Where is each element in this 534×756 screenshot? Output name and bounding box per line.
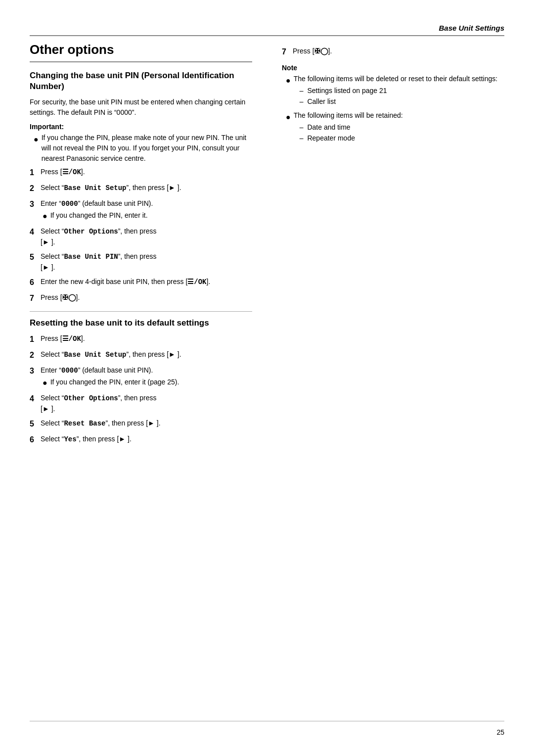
note-bullet-2-text: The following items will be retained:: [294, 111, 403, 119]
step-2-6: 6 Select “Yes”, then press [► ].: [30, 434, 252, 446]
step-1-6: 6 Enter the new 4-digit base unit PIN, t…: [30, 277, 252, 288]
note-label: Note: [282, 64, 504, 72]
note-bullet-icon-1: ●: [286, 75, 291, 87]
step-1-3: 3 Enter “0000” (default base unit PIN). …: [30, 198, 252, 222]
bullet-icon: ●: [34, 134, 39, 145]
header-title: Base Unit Settings: [439, 24, 504, 32]
section1-title: Changing the base unit PIN (Personal Ide…: [30, 70, 252, 92]
section1-bullet1: ● If you change the PIN, please make not…: [30, 133, 252, 164]
step-2-5: 5 Select “Reset Base”, then press [► ].: [30, 418, 252, 430]
dash-item-3: Date and time: [300, 122, 403, 133]
step-1-4: 4 Select “Other Options”, then press[► ]…: [30, 226, 252, 247]
section1-intro: For security, the base unit PIN must be …: [30, 97, 252, 118]
step-2-2: 2 Select “Base Unit Setup”, then press […: [30, 349, 252, 361]
sub-bullet-icon2: ●: [43, 377, 47, 389]
page-header: Base Unit Settings: [30, 24, 504, 36]
note-dash-list-2: Date and time Repeater mode: [294, 122, 403, 144]
note-bullet-2: ● The following items will be retained: …: [282, 110, 504, 144]
bottom-divider: [30, 721, 504, 721]
note-bullet-1: ● The following items will be deleted or…: [282, 74, 504, 107]
step-1-7: 7 Press [✠◯].: [30, 292, 252, 304]
right-step7: 7 Press [✠◯].: [282, 46, 504, 58]
step-1-1: 1 Press [☰/OK].: [30, 167, 252, 179]
page: Base Unit Settings Other options Changin…: [0, 0, 534, 756]
note-section: Note ● The following items will be delet…: [282, 64, 504, 144]
sub-bullet-icon: ●: [43, 210, 47, 222]
step-1-2: 2 Select “Base Unit Setup”, then press […: [30, 183, 252, 194]
step-1-5: 5 Select “Base Unit PIN”, then press[► ]…: [30, 251, 252, 273]
dash-item-2: Caller list: [300, 96, 497, 107]
note-bullet-1-text: The following items will be deleted or r…: [294, 75, 497, 83]
step-2-4: 4 Select “Other Options”, then press[► ]…: [30, 393, 252, 414]
note-bullet-icon-2: ●: [286, 111, 291, 123]
dash-item-4: Repeater mode: [300, 133, 403, 143]
right-column: 7 Press [✠◯]. Note ● The following items…: [277, 36, 504, 450]
note-dash-list-1: Settings listed on page 21 Caller list: [294, 85, 497, 107]
step-2-3: 3 Enter “0000” (default base unit PIN). …: [30, 365, 252, 389]
step-2-1: 1 Press [☰/OK].: [30, 333, 252, 345]
page-number: 25: [496, 728, 504, 736]
left-column: Other options Changing the base unit PIN…: [30, 36, 257, 450]
section2-title: Resetting the base unit to its default s…: [30, 318, 252, 329]
two-column-layout: Other options Changing the base unit PIN…: [30, 36, 504, 450]
page-title: Other options: [30, 42, 252, 62]
important-label: Important:: [30, 123, 252, 131]
section-divider: [30, 311, 252, 312]
dash-item-1: Settings listed on page 21: [300, 85, 497, 96]
